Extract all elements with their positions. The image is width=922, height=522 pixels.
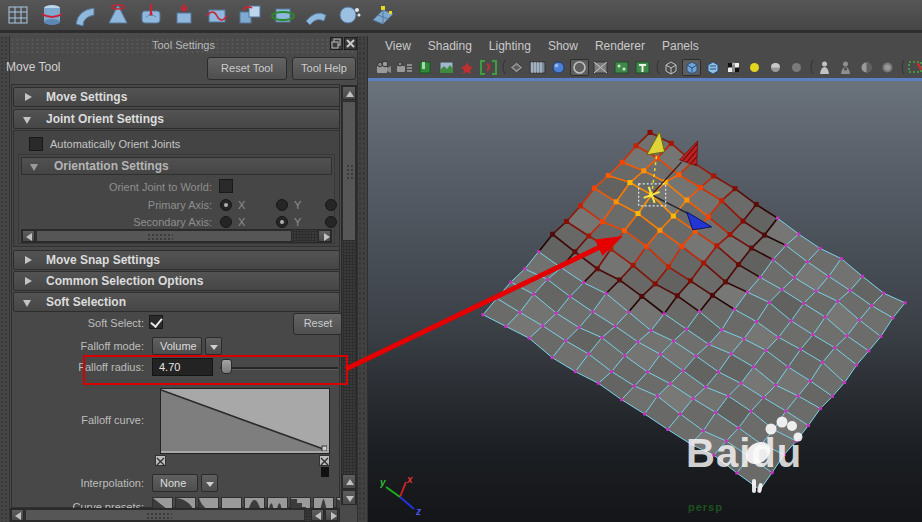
film-gate-icon[interactable] (479, 59, 498, 76)
secondary-x-radio[interactable] (220, 216, 232, 228)
falloff-mode-label: Falloff mode: (0, 340, 144, 352)
svg-text:z: z (415, 506, 421, 517)
nonlinear-bend-icon[interactable] (70, 1, 100, 30)
viewport-menu-renderer[interactable]: Renderer (595, 39, 645, 53)
smooth-wire-icon[interactable] (878, 59, 897, 76)
primary-z-radio[interactable] (325, 199, 337, 211)
textured-icon[interactable] (703, 59, 722, 76)
panel-title: Tool Settings (152, 39, 215, 51)
bookmark-icon[interactable] (416, 59, 435, 76)
secondary-axis-label: Secondary Axis: (19, 216, 212, 228)
curve-key-value-swatch (321, 467, 329, 477)
shadows-icon[interactable] (766, 59, 785, 76)
sculpt-deformer-icon[interactable] (136, 1, 166, 30)
primary-y-radio[interactable] (276, 199, 288, 211)
use-all-lights-icon[interactable] (724, 59, 743, 76)
viewport-menu-show[interactable]: Show (548, 39, 578, 53)
jiggle-deformer-icon[interactable] (334, 1, 364, 30)
grease-pencil-icon[interactable] (612, 59, 631, 76)
viewport-menu-lighting[interactable]: Lighting (489, 39, 531, 53)
section-move-snap[interactable]: Move Snap Settings (13, 250, 340, 270)
field-chart-icon[interactable] (591, 59, 610, 76)
curve-key-end[interactable] (319, 455, 330, 466)
section-common-selection[interactable]: Common Selection Options (13, 271, 340, 291)
auto-orient-label: Automatically Orient Joints (50, 138, 180, 150)
toolbar-separator (808, 59, 815, 75)
falloff-radius-input[interactable] (152, 358, 213, 376)
secondary-y-radio[interactable] (276, 216, 288, 228)
close-icon[interactable] (344, 37, 357, 50)
dock-icon[interactable] (330, 37, 343, 50)
expanded-arrow-icon (23, 117, 31, 124)
section-joint-orient[interactable]: Joint Orient Settings (13, 109, 340, 129)
orientation-hscrollbar[interactable] (21, 229, 332, 243)
cluster-deformer-icon[interactable] (268, 1, 298, 30)
falloff-curve-editor[interactable] (160, 388, 330, 454)
xray-joints-icon[interactable] (836, 59, 855, 76)
panel-splitter[interactable] (357, 36, 368, 522)
nonlinear-squash-icon[interactable] (169, 1, 199, 30)
orientation-frame: Orientation Settings Orient Joint to Wor… (18, 154, 335, 244)
isolate-select-icon[interactable] (906, 59, 922, 76)
wrap-deformer-icon[interactable] (235, 1, 265, 30)
wireframe-icon[interactable] (661, 59, 680, 76)
gate-mask-icon[interactable] (528, 59, 547, 76)
panel-titlebar[interactable]: Tool Settings (10, 38, 357, 53)
nonlinear-sine-icon[interactable] (202, 1, 232, 30)
interpolation-dropdown[interactable]: None (152, 474, 198, 492)
expanded-arrow-icon (30, 164, 38, 171)
camera-label: persp (688, 501, 723, 513)
backface-icon[interactable] (857, 59, 876, 76)
hud-icon[interactable] (633, 59, 652, 76)
svg-text:x: x (406, 474, 413, 485)
lattice-deformer-icon[interactable] (4, 1, 34, 30)
joint-orient-content: Automatically Orient Joints Orientation … (13, 130, 340, 247)
paint-weights-icon[interactable] (367, 1, 397, 30)
falloff-mode-dropdown-arrow[interactable] (205, 337, 222, 355)
svg-text:y: y (380, 477, 386, 488)
xray-icon[interactable] (815, 59, 834, 76)
toolbar-separator (899, 59, 906, 75)
falloff-radius-slider-handle[interactable] (221, 359, 232, 374)
auto-orient-checkbox[interactable] (29, 137, 43, 151)
resolution-gate-icon[interactable] (507, 59, 526, 76)
viewport-menu-view[interactable]: View (385, 39, 411, 53)
soft-select-label: Soft Select: (0, 317, 144, 329)
viewport-menu-panels[interactable]: Panels (662, 39, 699, 53)
nonlinear-twist-icon[interactable] (37, 1, 67, 30)
pan-zoom-icon[interactable] (458, 59, 477, 76)
falloff-mode-dropdown[interactable]: Volume (152, 337, 202, 355)
select-camera-icon[interactable] (374, 59, 393, 76)
section-soft-selection[interactable]: Soft Selection (13, 292, 340, 312)
smooth-shade-icon[interactable] (682, 59, 701, 76)
default-light-icon[interactable] (745, 59, 764, 76)
interpolation-label: Interpolation: (0, 477, 144, 489)
orient-world-checkbox[interactable] (219, 179, 233, 193)
safe-title-icon[interactable] (570, 59, 589, 76)
view-axis-indicator: x y z (380, 473, 426, 519)
panel-drag-handle[interactable] (0, 36, 10, 522)
panel-hscrollbar[interactable] (10, 508, 340, 522)
tool-help-button[interactable]: Tool Help (292, 57, 356, 80)
soft-reset-button[interactable]: Reset (293, 313, 343, 335)
falloff-curve-label: Falloff curve: (0, 414, 144, 426)
nonlinear-flare-icon[interactable] (103, 1, 133, 30)
falloff-radius-slider-track[interactable] (220, 367, 338, 370)
section-orientation-settings[interactable]: Orientation Settings (21, 157, 332, 175)
soft-select-checkbox[interactable] (149, 315, 163, 329)
image-plane-icon[interactable] (437, 59, 456, 76)
tool-name: Move Tool (6, 60, 60, 74)
panel-vscrollbar[interactable] (341, 85, 357, 505)
softmod-deformer-icon[interactable] (301, 1, 331, 30)
secondary-z-radio[interactable] (325, 216, 337, 228)
curve-key-start[interactable] (155, 455, 166, 466)
safe-action-icon[interactable] (549, 59, 568, 76)
section-move-settings[interactable]: Move Settings (13, 87, 340, 107)
ao-icon[interactable] (787, 59, 806, 76)
viewport-canvas[interactable]: Baidu persp x y z (368, 81, 922, 522)
viewport-menu-shading[interactable]: Shading (428, 39, 472, 53)
camera-attributes-icon[interactable] (395, 59, 414, 76)
interpolation-dropdown-arrow[interactable] (201, 474, 218, 492)
reset-tool-button[interactable]: Reset Tool (207, 57, 287, 80)
primary-x-radio[interactable] (220, 199, 232, 211)
